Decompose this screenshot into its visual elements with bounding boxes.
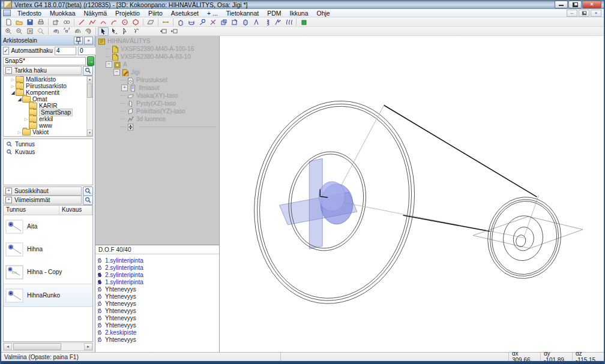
chevron-expanded-icon[interactable]: ◢ [17,97,22,102]
result-row-hihnarunko[interactable]: HihnaRunko [4,284,92,307]
dimension-button[interactable] [160,17,171,26]
arrange-windows-button[interactable] [169,27,179,36]
model-tree-item-pysty-xz-taso[interactable]: 1Pysty(XZ)-taso [97,100,219,107]
menu-asetukset[interactable]: Asetukset [167,10,203,17]
scroll-down-button[interactable]: ▼ [87,130,92,136]
tree-item-komponentit[interactable]: ◢Komponentit [4,89,92,96]
expand-icon[interactable]: + [121,85,128,91]
work-layers-button[interactable] [283,17,294,26]
select-button[interactable] [98,27,109,36]
search-go-button[interactable]: → [87,56,94,66]
sketch-circle-button[interactable] [119,17,130,26]
exact-search-magnifier-button[interactable] [83,66,93,76]
model-tree-item-vxsfs2380-m40-a-100-16[interactable]: VXSFS2380-M40-A-100-16 [97,45,219,53]
favorites-toggle[interactable]: + Suosikkihaut [3,186,82,195]
small-pulley[interactable] [482,192,567,284]
chevron-collapsed-icon[interactable]: ▷ [10,84,16,89]
close-button[interactable]: × [582,1,601,8]
collapse-icon[interactable]: − [113,69,120,76]
model-tree-item-vaaka-xy-taso[interactable]: Vaaka(XY)-taso [97,92,219,100]
menu-[interactable]: + ... [203,10,222,17]
helix-button[interactable] [262,17,272,26]
boolean-subtract-button[interactable] [229,17,240,26]
exact-search-toggle[interactable]: − Tarkka haku [3,66,82,75]
dof-item-2-sylinteripinta[interactable]: 2.sylinteripinta [97,264,218,271]
rotate-view-3-button[interactable] [72,27,83,36]
auto-search-checkbox[interactable]: ✓ [3,47,9,55]
sketch-tangent-arc-button[interactable] [109,17,119,26]
zoom-out-button[interactable] [14,27,25,36]
small-pulley-plane[interactable] [473,216,583,248]
results-horizontal-scrollbar[interactable]: ◄ ► [3,342,93,351]
dof-item-2-keskipiste[interactable]: 2.keskipiste [97,329,218,336]
scrollbar-thumb[interactable] [87,83,92,98]
dof-item-yhtenevyys[interactable]: Yhtenevyys [97,300,218,307]
select-snap-button[interactable] [109,27,119,36]
auto-search-count-field[interactable] [55,47,76,55]
dof-item-yhtenevyys[interactable]: Yhtenevyys [97,314,218,321]
new-file-button[interactable] [3,17,14,26]
menu-projektio[interactable]: Projektio [111,10,144,17]
menu-pdm[interactable]: PDM [263,10,285,17]
result-row-hihna[interactable]: Hihna [4,238,92,261]
model-tree-item-ilmiasut[interactable]: +Ilmiasut [97,84,219,92]
extrude-button[interactable] [175,17,186,26]
model-tree-item-piirustukset[interactable]: Piirustukset [97,76,219,84]
dof-item-yhtenevyys[interactable]: Yhtenevyys [97,321,218,329]
model-tree-item-a[interactable]: −A [97,61,219,68]
open-folder-button[interactable] [14,17,25,26]
new-window-button[interactable] [158,27,169,36]
sweep-button[interactable] [197,17,208,26]
chevron-collapsed-icon[interactable]: ▷ [10,77,16,82]
child-minimize-button[interactable]: – [567,10,577,17]
model-tree-item-jigi[interactable]: −Jigi [97,68,219,76]
insert-link-button[interactable] [61,17,72,26]
model-tree-item-poikittais-yz-taso[interactable]: Poikittais(YZ)-taso [97,107,219,115]
favorites-magnifier-button[interactable] [83,186,93,196]
dof-item-2-sylinteripinta[interactable]: 2.sylinteripinta [97,271,218,278]
mdi-child-icon[interactable] [3,10,11,16]
model-tree-item-axis[interactable] [97,123,219,131]
tree-item-omat[interactable]: ◢Omat [4,96,92,103]
search-field-tunnus[interactable]: Tunnus [4,140,92,148]
scroll-right-button[interactable]: ► [84,343,92,350]
boolean-union-button[interactable] [218,17,229,26]
child-restore-button[interactable] [579,10,589,17]
tree-item-www[interactable]: www [4,122,92,129]
sketch-polygon-button[interactable] [130,17,141,26]
save-button[interactable] [25,17,35,26]
select-curve-button[interactable] [130,27,141,36]
scroll-up-button[interactable]: ▲ [87,76,92,83]
recent-magnifier-button[interactable] [83,195,93,205]
dof-item-yhtenevyys[interactable]: Yhtenevyys [97,293,218,300]
3d-viewport[interactable] [220,36,604,352]
tree-vertical-scrollbar[interactable]: ▲ ▼ [86,76,92,136]
boolean-intersect-button[interactable] [240,17,251,26]
tree-item-erkkil[interactable]: ▷erkkil [4,116,92,122]
pattern-button[interactable] [272,17,283,26]
dof-item-yhtenevyys[interactable]: Yhtenevyys [97,285,218,293]
tree-item-vakiot[interactable]: ▷Vakiot [4,129,92,136]
chevron-collapsed-icon[interactable]: ▷ [17,130,22,135]
dof-item-1-sylinteripinta[interactable]: 1.sylinteripinta [97,257,218,264]
zoom-in-button[interactable] [3,27,14,36]
child-close-button[interactable]: × [591,10,601,17]
chevron-collapsed-icon[interactable]: ▷ [23,117,29,122]
sketch-plane-button[interactable] [145,17,156,26]
recent-toggle[interactable]: + Viimeisimmät [3,195,82,204]
select-point-button[interactable] [119,27,130,36]
menu-muokkaa[interactable]: Muokkaa [46,10,80,17]
menu-tietokannat[interactable]: Tietokannat [222,10,263,17]
menu-n-kym[interactable]: Näkymä [80,10,112,17]
split-button[interactable] [208,17,218,26]
menu-tiedosto[interactable]: Tiedosto [13,10,46,17]
print-button[interactable] [35,17,46,26]
search-input[interactable] [3,57,86,65]
result-row-aita[interactable]: Aita [4,215,92,238]
sketch-line-button[interactable] [76,17,87,26]
model-tree-item-hihnav-litys[interactable]: HIHNAVÄLITYS [97,37,219,45]
rotate-view-2-button[interactable] [61,27,72,36]
rotate-view-4-button[interactable] [83,27,94,36]
result-row-hihna-copy[interactable]: xmHihna - Copy [4,261,92,284]
column-header-tunnus[interactable]: Tunnus [4,206,59,215]
